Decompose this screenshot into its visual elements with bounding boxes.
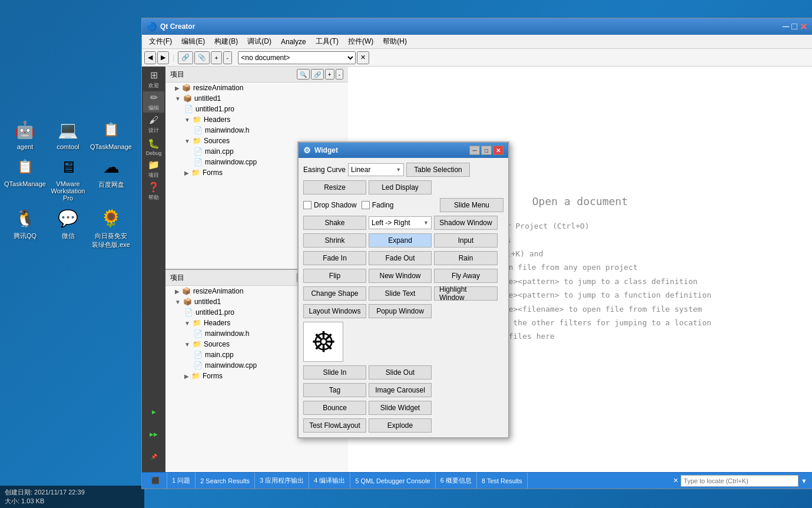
tree-item-mainwindow-h[interactable]: 📄 mainwindow.h <box>165 125 348 136</box>
shake-btn[interactable]: Shake <box>303 216 366 230</box>
run-button[interactable]: ▶ <box>143 401 164 423</box>
slide-menu-btn[interactable]: Slide Menu <box>440 198 503 212</box>
bounce-btn[interactable]: Bounce <box>303 401 366 415</box>
fly-away-btn[interactable]: Fly Away <box>434 269 498 283</box>
locate-input[interactable] <box>681 475 798 487</box>
menu-file[interactable]: 文件(F) <box>144 35 177 48</box>
status-tab-search[interactable]: 2 Search Results <box>195 473 255 489</box>
sidebar-design[interactable]: 🖌 设计 <box>143 114 164 135</box>
tree-item-untitled1[interactable]: ▼ 📦 untitled1 <box>165 93 348 104</box>
desktop-icon-baidu[interactable]: ☁ 百度网盘 <box>92 155 130 202</box>
flip-btn[interactable]: Flip <box>303 269 366 283</box>
panel-minus-btn[interactable]: - <box>336 69 343 80</box>
easing-curve-combo[interactable]: Linear ▼ <box>348 163 404 176</box>
desktop-icon-qtask2[interactable]: 📋 QTaskManage <box>6 155 44 202</box>
panel-filter-btn[interactable]: 🔍 <box>297 69 310 80</box>
toolbar-btn-2[interactable]: ▶ <box>157 51 169 64</box>
status-qml-label: 5 QML Debugger Console <box>355 477 430 484</box>
status-tab-tests[interactable]: 8 Test Results <box>477 473 528 489</box>
drop-shadow-checkbox[interactable] <box>303 201 311 209</box>
slide-out-btn[interactable]: Slide Out <box>369 365 432 380</box>
document-selector[interactable]: <no document> <box>238 51 356 64</box>
pro2-file-icon: 📄 <box>184 308 193 316</box>
status-indicator[interactable]: ⬛ <box>147 473 167 489</box>
status-tab-issues[interactable]: 1 问题 <box>167 473 195 489</box>
maximize-button[interactable]: □ <box>791 21 797 32</box>
sidebar-welcome[interactable]: ⊞ 欢迎 <box>143 69 164 90</box>
image-carousel-btn[interactable]: Image Carousel <box>369 383 432 397</box>
input-btn[interactable]: Input <box>434 233 498 248</box>
tag-btn[interactable]: Tag <box>303 383 366 397</box>
slide-widget-btn[interactable]: Slide Widget <box>369 401 432 415</box>
close-search-icon[interactable]: ✕ <box>673 477 678 484</box>
desktop-icon-vmware[interactable]: 🖥 VMware Workstation Pro <box>49 155 87 202</box>
dialog-close-btn[interactable]: ✕ <box>493 146 503 155</box>
highlight-window-btn[interactable]: Highlight Window <box>434 286 498 301</box>
fading-check[interactable]: Fading <box>362 201 394 209</box>
fade-in-btn[interactable]: Fade In <box>303 251 366 265</box>
explode-btn[interactable]: Explode <box>369 418 432 433</box>
fade-out-btn[interactable]: Fade Out <box>369 251 432 265</box>
tree-item-resize-anim[interactable]: ▶ 📦 resizeAnimation <box>165 83 348 93</box>
toolbar-btn-3[interactable]: 🔗 <box>178 51 193 64</box>
search-down-icon[interactable]: ▼ <box>801 477 807 484</box>
menu-analyze[interactable]: Analyze <box>276 37 311 47</box>
resize-btn[interactable]: Resize <box>303 180 366 194</box>
fading-checkbox[interactable] <box>362 201 370 209</box>
expand-btn[interactable]: Expand <box>369 233 432 248</box>
tree-item-pro[interactable]: 📄 untitled1.pro <box>165 104 348 114</box>
menu-tools[interactable]: 工具(T) <box>311 35 343 48</box>
status-tab-app-output[interactable]: 3 应用程序输出 <box>255 473 309 489</box>
table-selection-btn[interactable]: Table Selection <box>406 163 470 177</box>
build-run-button[interactable]: ▶▶ <box>143 424 164 445</box>
desktop-icon-qq[interactable]: 🐧 腾讯QQ <box>6 206 44 249</box>
rain-btn[interactable]: Rain <box>434 251 498 265</box>
desktop-icon-agent[interactable]: 🤖 agent <box>6 118 44 150</box>
dialog-maximize-btn[interactable]: □ <box>481 146 492 155</box>
welcome-icon: ⊞ <box>150 70 158 81</box>
drop-shadow-check[interactable]: Drop Shadow <box>303 201 357 209</box>
led-display-btn[interactable]: Led Display <box>369 180 432 194</box>
shadow-window-btn[interactable]: Shadow Window <box>434 216 498 230</box>
toolbar-btn-6[interactable]: - <box>223 51 233 64</box>
slide-in-btn[interactable]: Slide In <box>303 365 366 380</box>
status-tab-compile[interactable]: 4 编译输出 <box>309 473 350 489</box>
new-window-btn[interactable]: New Window <box>369 269 432 283</box>
sidebar-help[interactable]: ❓ 帮助 <box>143 181 164 202</box>
tree-item-headers[interactable]: ▼ 📁 Headers <box>165 114 348 125</box>
change-shape-btn[interactable]: Change Shape <box>303 286 366 301</box>
desktop-icon-qtask[interactable]: 📋 QTaskManage <box>92 118 130 150</box>
desktop-icon-sunflower[interactable]: 🌻 向日葵免安装绿色版.exe <box>92 206 130 249</box>
shrink-btn[interactable]: Shrink <box>303 233 366 248</box>
desktop-icon-comtool[interactable]: 💻 comtool <box>49 118 87 150</box>
direction-combo[interactable]: Left -> Right ▼ <box>369 216 432 229</box>
shake-label: Shake <box>324 219 344 227</box>
close-button[interactable]: ✕ <box>800 21 807 32</box>
tree-label-resize-anim: resizeAnimation <box>193 84 243 92</box>
pin-button[interactable]: 📌 <box>143 446 164 467</box>
status-tab-overview[interactable]: 6 概要信息 <box>436 473 477 489</box>
popup-window-btn[interactable]: Popup Window <box>369 304 432 318</box>
panel-add-btn[interactable]: + <box>325 69 334 80</box>
minimize-button[interactable]: ─ <box>783 21 789 32</box>
test-flowlayout-btn[interactable]: Test FlowLayout <box>303 418 366 433</box>
menu-build[interactable]: 构建(B) <box>210 35 243 48</box>
toolbar-btn-5[interactable]: + <box>211 51 221 64</box>
toolbar-btn-1[interactable]: ◀ <box>144 51 156 64</box>
menu-edit[interactable]: 编辑(E) <box>177 35 210 48</box>
rain-label: Rain <box>459 254 473 262</box>
dialog-minimize-btn[interactable]: ─ <box>469 146 480 155</box>
desktop-icon-wechat[interactable]: 💬 微信 <box>49 206 87 249</box>
menu-debug[interactable]: 调试(D) <box>243 35 276 48</box>
close-doc-btn[interactable]: ✕ <box>357 51 369 64</box>
panel-sync-btn[interactable]: 🔗 <box>311 69 324 80</box>
sidebar-projects[interactable]: 📁 项目 <box>143 159 164 180</box>
menu-widgets[interactable]: 控件(W) <box>343 35 378 48</box>
sidebar-edit[interactable]: ✏ 编辑 <box>143 91 164 113</box>
menu-help[interactable]: 帮助(H) <box>378 35 412 48</box>
slide-text-btn[interactable]: Slide Text <box>369 286 432 301</box>
status-tab-qml[interactable]: 5 QML Debugger Console <box>350 473 435 489</box>
sidebar-debug[interactable]: 🐛 Debug <box>143 136 164 157</box>
toolbar-btn-4[interactable]: 📎 <box>194 51 210 64</box>
layout-windows-btn[interactable]: Layout Windows <box>303 304 366 318</box>
